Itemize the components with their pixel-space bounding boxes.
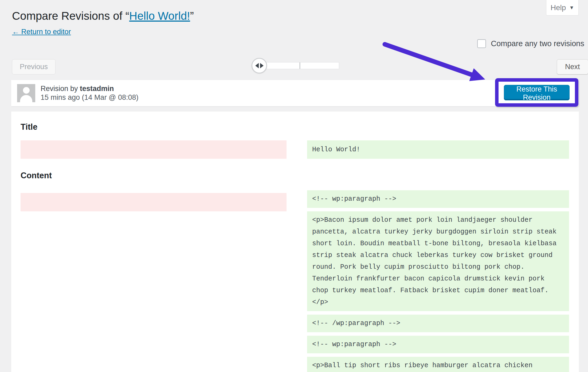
revision-byline: Revision by bbox=[41, 85, 80, 93]
post-title-link[interactable]: Hello World! bbox=[129, 10, 190, 22]
restore-this-revision-button[interactable]: Restore This Revision bbox=[504, 85, 570, 100]
revision-slider-handle[interactable] bbox=[252, 58, 267, 73]
page-title: Compare Revisions of “Hello World!” bbox=[12, 10, 194, 22]
slider-right-arrow-icon bbox=[260, 63, 264, 68]
help-tab[interactable]: Help ▼ bbox=[546, 0, 579, 15]
revision-timestamp: (14 Mar @ 08:08) bbox=[82, 93, 139, 101]
diff-title-heading: Title bbox=[21, 122, 37, 132]
page-title-prefix: Compare Revisions of “ bbox=[12, 10, 129, 22]
slider-left-arrow-icon bbox=[255, 63, 259, 68]
next-button[interactable]: Next bbox=[557, 59, 588, 74]
avatar-head bbox=[23, 87, 30, 94]
revision-meta-text: Revision by testadmin 15 mins ago (14 Ma… bbox=[41, 84, 139, 102]
diff-title-removed-cell bbox=[21, 140, 287, 159]
diff-content-removed-cell bbox=[21, 193, 287, 211]
diff-added-block: <!-- wp:paragraph --> bbox=[307, 190, 569, 208]
avatar bbox=[17, 84, 35, 102]
diff-added-block: <!-- /wp:paragraph --> bbox=[307, 315, 569, 332]
diff-content-heading: Content bbox=[21, 171, 52, 180]
annotation-highlight-box: Restore This Revision bbox=[495, 78, 578, 107]
revision-slider-track[interactable] bbox=[256, 62, 339, 69]
revision-meta-bar: Revision by testadmin 15 mins ago (14 Ma… bbox=[11, 80, 579, 106]
diff-content-added-column: <!-- wp:paragraph --><p>Bacon ipsum dolo… bbox=[307, 190, 569, 372]
previous-button[interactable]: Previous bbox=[12, 59, 56, 74]
compare-two-revisions-control[interactable]: Compare any two revisions bbox=[477, 39, 584, 48]
compare-checkbox-label: Compare any two revisions bbox=[491, 39, 584, 48]
diff-added-block: <p>Ball tip short ribs ribeye hamburger … bbox=[307, 357, 569, 372]
revisions-page: Help ▼ Compare Revisions of “Hello World… bbox=[0, 0, 588, 372]
diff-card: Title Hello World! Content <!-- wp:parag… bbox=[11, 112, 579, 372]
help-label: Help bbox=[551, 3, 566, 12]
diff-title-added-cell: Hello World! bbox=[307, 140, 569, 159]
return-to-editor-link[interactable]: ← Return to editor bbox=[12, 28, 71, 36]
revision-slider-tick bbox=[300, 62, 300, 69]
chevron-down-icon: ▼ bbox=[569, 5, 574, 11]
revision-time-ago: 15 mins ago bbox=[41, 93, 82, 101]
page-title-suffix: ” bbox=[190, 10, 194, 22]
diff-added-block: <p>Bacon ipsum dolor amet pork loin land… bbox=[307, 211, 569, 311]
revision-author: testadmin bbox=[80, 85, 114, 93]
diff-added-block: <!-- wp:paragraph --> bbox=[307, 336, 569, 353]
compare-checkbox[interactable] bbox=[477, 39, 486, 48]
avatar-torso bbox=[20, 95, 32, 102]
